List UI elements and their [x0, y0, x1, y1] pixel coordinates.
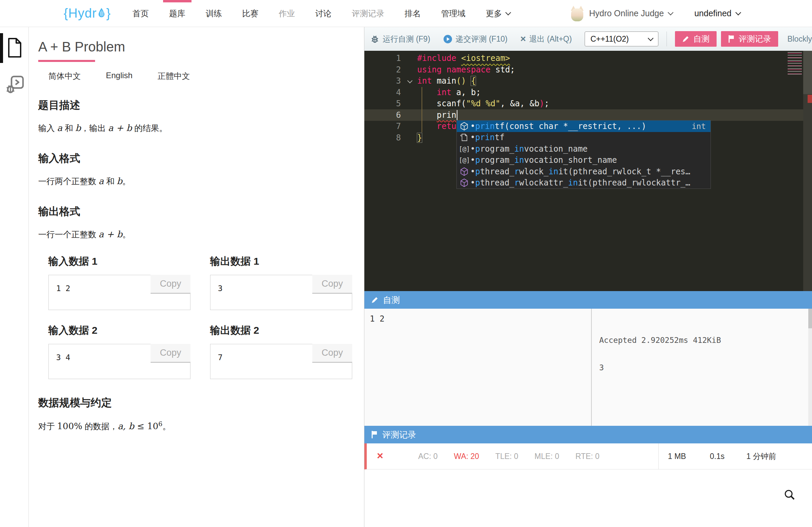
editor-scrollbar[interactable] [803, 51, 812, 291]
cube-purple-symbol-icon [459, 179, 469, 187]
nav-item-10[interactable]: 更多 [476, 0, 520, 27]
nav-item-7[interactable]: 评测记录 [342, 0, 394, 27]
minimap[interactable] [788, 52, 802, 74]
debug-console-icon[interactable] [6, 74, 24, 96]
flag-icon [728, 35, 735, 43]
line-number: 3 [371, 75, 401, 87]
pretest-result-output: 3 [599, 363, 721, 372]
language-tabs: 简体中文 English 正體中文 [48, 71, 350, 82]
record-stat: TLE: 0 [495, 452, 518, 461]
copy-button[interactable]: Copy [312, 275, 352, 294]
pretest-scrollbar[interactable] [808, 309, 812, 426]
run-pretest-button[interactable]: 运行自测 (F9) [371, 34, 430, 44]
code-line-3[interactable]: int main() { [417, 75, 803, 87]
suggestion-label: •program_invocation_name [470, 144, 588, 154]
suggestion-detail: int [692, 122, 706, 131]
nav-item-8[interactable]: 排名 [394, 0, 431, 27]
nav-item-2[interactable]: 题库 [159, 0, 195, 27]
nav-item-1[interactable]: 首页 [122, 0, 159, 27]
scratchpad-pane: 运行自测 (F9) 递交评测 (F10) × 退出 (Alt+Q) C++11(… [364, 27, 812, 527]
sample-output-1: 输出数据 1 3 Copy [210, 241, 352, 310]
suggestion-label: •printf [470, 133, 505, 142]
input-format-text: 一行两个正整数 a 和 b。 [38, 175, 350, 188]
nav-item-label: 更多 [486, 8, 502, 19]
records-panel-header: 评测记录 [364, 426, 812, 443]
panel-divider[interactable] [591, 309, 592, 426]
avatar[interactable] [570, 6, 584, 21]
suggestion-item-4[interactable]: [@]•program_invocation_short_name [457, 155, 710, 166]
copy-button[interactable]: Copy [150, 344, 190, 363]
code-line-1[interactable]: #include <iostream> [417, 53, 803, 64]
suggestion-item-5[interactable]: •pthread_rwlock_init(pthread_rwlock_t *_… [457, 166, 710, 177]
domain-dropdown[interactable]: Hydro Online Judge [589, 9, 672, 18]
scrollbar-thumb[interactable] [808, 309, 812, 328]
language-select[interactable]: C++11(O2) [585, 31, 658, 46]
logo-text-right: } [106, 6, 111, 20]
code-line-4[interactable]: int a, b; [417, 87, 803, 99]
suggestion-label: •pthread_rwlock_init(pthread_rwlock_t *_… [470, 167, 690, 176]
top-nav: {Hydr } 首页题库训练比赛作业讨论评测记录排名管理域更多 Hydro On… [0, 0, 812, 27]
nav-item-9[interactable]: 管理域 [431, 0, 476, 27]
pretest-panel-button[interactable]: 自测 [675, 31, 716, 47]
pretest-result-status: Accepted 2.920252ms 412KiB [599, 336, 721, 345]
domain-name: Hydro Online Judge [589, 9, 664, 18]
play-circle-icon [443, 34, 452, 44]
nav-item-4[interactable]: 比赛 [232, 0, 269, 27]
suggestion-item-3[interactable]: [@]•program_invocation_name [457, 143, 710, 155]
line-number: 8 [371, 132, 401, 144]
pretest-result: Accepted 2.920252ms 412KiB 3 [599, 317, 721, 390]
nav-item-label: 比赛 [242, 8, 259, 19]
fold-chevron-icon[interactable] [407, 78, 413, 84]
chevron-down-icon [668, 10, 673, 16]
pretest-input[interactable]: 1 2 [364, 309, 591, 426]
tab-simplified-chinese[interactable]: 简体中文 [48, 71, 81, 82]
problem-file-icon[interactable] [6, 37, 23, 60]
suggestion-label: •program_invocation_short_name [470, 155, 617, 165]
active-tab-indicator [0, 33, 3, 63]
nav-item-label: 首页 [133, 8, 149, 19]
suggestion-item-1[interactable]: •printf(const char *__restrict, ...)int [457, 120, 710, 132]
sample-box: 3 4 Copy [48, 344, 190, 379]
nav-item-6[interactable]: 讨论 [305, 0, 342, 27]
copy-button[interactable]: Copy [150, 275, 190, 294]
scrollbar-thumb[interactable] [803, 51, 812, 94]
code-line-6[interactable]: prin [417, 110, 803, 121]
submit-button[interactable]: 递交评测 (F10) [443, 34, 508, 44]
nav-item-3[interactable]: 训练 [195, 0, 232, 27]
code-line-5[interactable]: scanf("%d %d", &a, &b); [417, 98, 803, 110]
description-text: 输入 a 和 b，输出 a + b 的结果。 [38, 122, 350, 135]
tab-traditional-chinese[interactable]: 正體中文 [158, 71, 190, 82]
section-heading-output-format: 输出格式 [38, 205, 350, 218]
records-panel-button[interactable]: 评测记录 [721, 31, 778, 47]
editor-gutter: 12345678 [364, 53, 417, 143]
sample-output-2: 输出数据 2 7 Copy [210, 310, 352, 379]
hydro-logo[interactable]: {Hydr } [63, 6, 111, 20]
tab-english[interactable]: English [106, 71, 133, 82]
suggestion-item-6[interactable]: •pthread_rwlockattr_init(pthread_rwlocka… [457, 177, 710, 189]
blockly-link[interactable]: Blockly [787, 34, 812, 44]
record-row[interactable]: × AC: 0WA: 20TLE: 0MLE: 0RTE: 0 1 MB 0.1… [364, 443, 812, 469]
nav-item-label: 训练 [206, 8, 222, 19]
line-number: 1 [371, 53, 401, 64]
suggestion-label: •pthread_rwlockattr_init(pthread_rwlocka… [470, 178, 690, 187]
pencil-icon [682, 35, 690, 43]
quit-button[interactable]: × 退出 (Alt+Q) [520, 34, 572, 44]
code-editor[interactable]: 12345678 #include <iostream>using namesp… [364, 51, 812, 291]
water-drop-icon [98, 8, 105, 18]
error-marker [808, 95, 812, 103]
sample-title: 输入数据 1 [48, 255, 190, 267]
samples-grid: 输入数据 1 1 2 Copy 输出数据 1 3 Copy 输入数据 2 3 4… [48, 241, 350, 379]
line-number: 7 [371, 121, 401, 132]
scratchpad-toolbar: 运行自测 (F9) 递交评测 (F10) × 退出 (Alt+Q) C++11(… [364, 27, 812, 51]
nav-item-5[interactable]: 作业 [269, 0, 305, 27]
sample-input-2: 输入数据 2 3 4 Copy [48, 310, 190, 379]
bug-icon [371, 34, 379, 43]
suggestion-item-2[interactable]: •printf [457, 132, 710, 143]
search-icon[interactable] [783, 488, 796, 503]
output-format-text: 一行一个正整数 a + b。 [38, 228, 350, 241]
code-line-2[interactable]: using namespace std; [417, 64, 803, 76]
copy-button[interactable]: Copy [312, 344, 352, 363]
nav-item-label: 管理域 [441, 8, 466, 19]
user-dropdown[interactable]: undefined [694, 9, 740, 18]
pretest-panel: 1 2 Accepted 2.920252ms 412KiB 3 [364, 309, 812, 426]
